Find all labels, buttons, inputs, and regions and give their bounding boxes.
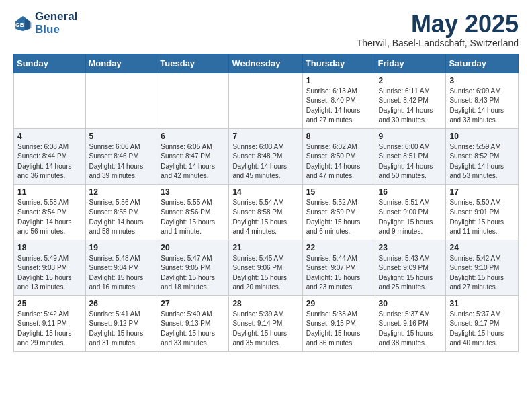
calendar-cell <box>85 73 157 128</box>
calendar-cell: 4 Sunrise: 6:08 AMSunset: 8:44 PMDayligh… <box>14 128 86 184</box>
calendar-cell: 6 Sunrise: 6:05 AMSunset: 8:47 PMDayligh… <box>157 128 229 184</box>
calendar-week-row: 18 Sunrise: 5:49 AMSunset: 9:03 PMDaylig… <box>14 240 519 295</box>
day-detail: Sunrise: 5:37 AMSunset: 9:17 PMDaylight:… <box>449 310 515 349</box>
calendar-cell: 12 Sunrise: 5:56 AMSunset: 8:55 PMDaylig… <box>85 184 157 240</box>
calendar-cell: 9 Sunrise: 6:00 AMSunset: 8:51 PMDayligh… <box>375 128 446 184</box>
day-detail: Sunrise: 5:51 AMSunset: 9:00 PMDaylight:… <box>379 198 443 237</box>
calendar-week-row: 11 Sunrise: 5:58 AMSunset: 8:54 PMDaylig… <box>14 184 519 240</box>
day-number: 19 <box>89 243 154 253</box>
month-title: May 2025 <box>357 11 519 38</box>
calendar-cell: 29 Sunrise: 5:38 AMSunset: 9:15 PMDaylig… <box>302 295 375 351</box>
calendar-cell: 17 Sunrise: 5:50 AMSunset: 9:01 PMDaylig… <box>446 184 519 240</box>
calendar-cell: 2 Sunrise: 6:11 AMSunset: 8:42 PMDayligh… <box>375 73 446 128</box>
svg-text:GB: GB <box>15 21 24 28</box>
calendar-cell: 13 Sunrise: 5:55 AMSunset: 8:56 PMDaylig… <box>157 184 229 240</box>
day-detail: Sunrise: 5:38 AMSunset: 9:15 PMDaylight:… <box>306 310 371 349</box>
day-number: 31 <box>449 299 515 308</box>
day-number: 16 <box>379 187 443 197</box>
day-detail: Sunrise: 5:49 AMSunset: 9:03 PMDaylight:… <box>17 254 82 293</box>
day-detail: Sunrise: 5:48 AMSunset: 9:04 PMDaylight:… <box>89 254 154 293</box>
calendar-cell: 10 Sunrise: 5:59 AMSunset: 8:52 PMDaylig… <box>446 128 519 184</box>
calendar-cell: 26 Sunrise: 5:41 AMSunset: 9:12 PMDaylig… <box>85 295 157 351</box>
weekday-header: Tuesday <box>157 54 229 73</box>
calendar-cell: 23 Sunrise: 5:43 AMSunset: 9:09 PMDaylig… <box>375 240 446 295</box>
day-detail: Sunrise: 6:11 AMSunset: 8:42 PMDaylight:… <box>379 87 443 126</box>
page: GB General Blue May 2025 Therwil, Basel-… <box>0 0 532 363</box>
day-detail: Sunrise: 6:13 AMSunset: 8:40 PMDaylight:… <box>306 87 371 126</box>
logo: GB General Blue <box>13 11 77 36</box>
calendar-cell: 20 Sunrise: 5:47 AMSunset: 9:05 PMDaylig… <box>157 240 229 295</box>
day-detail: Sunrise: 5:59 AMSunset: 8:52 PMDaylight:… <box>449 142 515 181</box>
day-number: 15 <box>306 187 371 197</box>
day-detail: Sunrise: 5:56 AMSunset: 8:55 PMDaylight:… <box>89 198 154 237</box>
day-detail: Sunrise: 5:43 AMSunset: 9:09 PMDaylight:… <box>379 254 443 293</box>
calendar-cell: 18 Sunrise: 5:49 AMSunset: 9:03 PMDaylig… <box>14 240 86 295</box>
day-number: 5 <box>89 132 154 141</box>
day-detail: Sunrise: 6:02 AMSunset: 8:50 PMDaylight:… <box>306 142 371 181</box>
calendar-cell: 16 Sunrise: 5:51 AMSunset: 9:00 PMDaylig… <box>375 184 446 240</box>
day-detail: Sunrise: 5:39 AMSunset: 9:14 PMDaylight:… <box>232 310 298 349</box>
calendar-cell: 30 Sunrise: 5:37 AMSunset: 9:16 PMDaylig… <box>375 295 446 351</box>
calendar-cell: 25 Sunrise: 5:42 AMSunset: 9:11 PMDaylig… <box>14 295 86 351</box>
day-detail: Sunrise: 6:00 AMSunset: 8:51 PMDaylight:… <box>379 142 443 181</box>
header: GB General Blue May 2025 Therwil, Basel-… <box>13 11 519 48</box>
day-detail: Sunrise: 5:45 AMSunset: 9:06 PMDaylight:… <box>232 254 298 293</box>
calendar-table: SundayMondayTuesdayWednesdayThursdayFrid… <box>13 54 519 352</box>
calendar-cell: 27 Sunrise: 5:40 AMSunset: 9:13 PMDaylig… <box>157 295 229 351</box>
title-block: May 2025 Therwil, Basel-Landschaft, Swit… <box>357 11 519 48</box>
calendar-cell: 3 Sunrise: 6:09 AMSunset: 8:43 PMDayligh… <box>446 73 519 128</box>
day-detail: Sunrise: 5:42 AMSunset: 9:11 PMDaylight:… <box>17 310 82 349</box>
calendar-cell: 5 Sunrise: 6:06 AMSunset: 8:46 PMDayligh… <box>85 128 157 184</box>
day-detail: Sunrise: 5:42 AMSunset: 9:10 PMDaylight:… <box>449 254 515 293</box>
weekday-header: Monday <box>85 54 157 73</box>
weekday-header: Saturday <box>446 54 519 73</box>
calendar-cell: 15 Sunrise: 5:52 AMSunset: 8:59 PMDaylig… <box>302 184 375 240</box>
day-number: 29 <box>306 299 371 308</box>
logo-general: General <box>35 10 77 23</box>
day-number: 12 <box>89 187 154 197</box>
calendar-week-row: 4 Sunrise: 6:08 AMSunset: 8:44 PMDayligh… <box>14 128 519 184</box>
day-detail: Sunrise: 6:09 AMSunset: 8:43 PMDaylight:… <box>449 87 515 126</box>
calendar-cell: 1 Sunrise: 6:13 AMSunset: 8:40 PMDayligh… <box>302 73 375 128</box>
day-number: 13 <box>161 187 225 197</box>
calendar-cell: 21 Sunrise: 5:45 AMSunset: 9:06 PMDaylig… <box>229 240 302 295</box>
calendar-cell: 14 Sunrise: 5:54 AMSunset: 8:58 PMDaylig… <box>229 184 302 240</box>
day-number: 6 <box>161 132 225 141</box>
day-detail: Sunrise: 5:44 AMSunset: 9:07 PMDaylight:… <box>306 254 371 293</box>
calendar-week-row: 1 Sunrise: 6:13 AMSunset: 8:40 PMDayligh… <box>14 73 519 128</box>
day-detail: Sunrise: 5:52 AMSunset: 8:59 PMDaylight:… <box>306 198 371 237</box>
weekday-header: Wednesday <box>229 54 302 73</box>
subtitle: Therwil, Basel-Landschaft, Switzerland <box>357 38 519 48</box>
calendar-cell: 19 Sunrise: 5:48 AMSunset: 9:04 PMDaylig… <box>85 240 157 295</box>
day-detail: Sunrise: 5:50 AMSunset: 9:01 PMDaylight:… <box>449 198 515 237</box>
day-detail: Sunrise: 6:06 AMSunset: 8:46 PMDaylight:… <box>89 142 154 181</box>
day-number: 3 <box>449 76 515 85</box>
day-number: 14 <box>232 187 298 197</box>
logo-icon: GB <box>13 14 32 33</box>
day-number: 1 <box>306 76 371 85</box>
day-detail: Sunrise: 6:05 AMSunset: 8:47 PMDaylight:… <box>161 142 225 181</box>
day-detail: Sunrise: 5:54 AMSunset: 8:58 PMDaylight:… <box>232 198 298 237</box>
calendar-week-row: 25 Sunrise: 5:42 AMSunset: 9:11 PMDaylig… <box>14 295 519 351</box>
day-number: 26 <box>89 299 154 308</box>
weekday-header-row: SundayMondayTuesdayWednesdayThursdayFrid… <box>14 54 519 73</box>
day-number: 22 <box>306 243 371 253</box>
day-detail: Sunrise: 5:37 AMSunset: 9:16 PMDaylight:… <box>379 310 443 349</box>
day-detail: Sunrise: 6:08 AMSunset: 8:44 PMDaylight:… <box>17 142 82 181</box>
weekday-header: Sunday <box>14 54 86 73</box>
day-number: 28 <box>232 299 298 308</box>
day-detail: Sunrise: 5:55 AMSunset: 8:56 PMDaylight:… <box>161 198 225 237</box>
day-number: 9 <box>379 132 443 141</box>
day-number: 10 <box>449 132 515 141</box>
calendar-cell: 31 Sunrise: 5:37 AMSunset: 9:17 PMDaylig… <box>446 295 519 351</box>
day-detail: Sunrise: 5:47 AMSunset: 9:05 PMDaylight:… <box>161 254 225 293</box>
day-detail: Sunrise: 5:41 AMSunset: 9:12 PMDaylight:… <box>89 310 154 349</box>
day-number: 2 <box>379 76 443 85</box>
day-number: 21 <box>232 243 298 253</box>
calendar-cell: 8 Sunrise: 6:02 AMSunset: 8:50 PMDayligh… <box>302 128 375 184</box>
calendar-cell: 22 Sunrise: 5:44 AMSunset: 9:07 PMDaylig… <box>302 240 375 295</box>
calendar-cell: 11 Sunrise: 5:58 AMSunset: 8:54 PMDaylig… <box>14 184 86 240</box>
day-number: 4 <box>17 132 82 141</box>
day-detail: Sunrise: 5:40 AMSunset: 9:13 PMDaylight:… <box>161 310 225 349</box>
day-number: 25 <box>17 299 82 308</box>
